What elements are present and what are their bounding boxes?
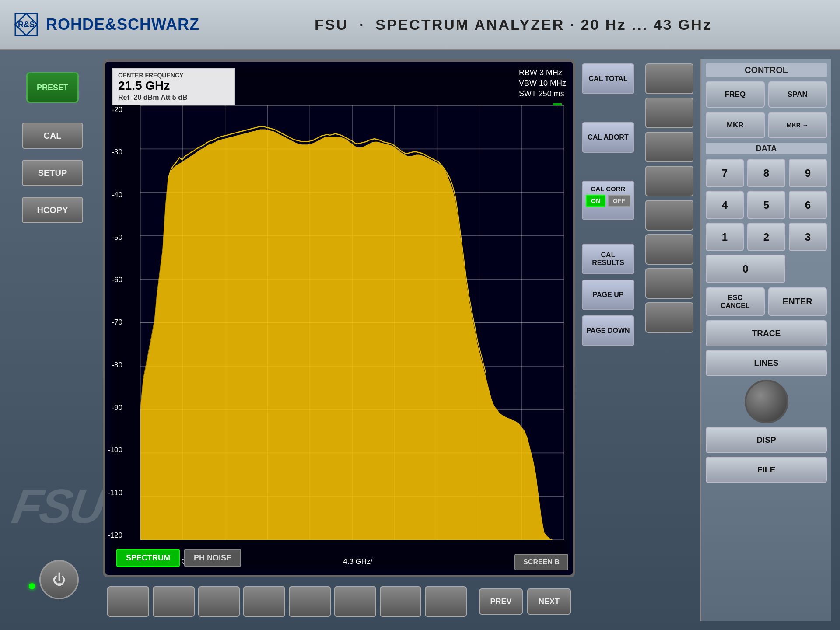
screen-header: CENTER FREQUENCY 21.5 GHz Ref -20 dBm At…: [112, 68, 566, 105]
y-label-0: -20: [108, 105, 122, 114]
num-7-button[interactable]: 7: [706, 159, 744, 187]
cal-corr-label: CAL CORR: [591, 185, 626, 192]
lines-button[interactable]: LINES: [706, 350, 827, 376]
prev-button[interactable]: PREV: [479, 588, 523, 615]
num-4-button[interactable]: 4: [706, 191, 744, 219]
mkr-button[interactable]: MKR: [706, 112, 765, 138]
rotary-knob[interactable]: [745, 380, 788, 424]
num-6-button[interactable]: 6: [789, 191, 827, 219]
cal-buttons-panel: CAL TOTAL CAL ABORT CAL CORR ON OFF CALR…: [582, 59, 639, 621]
num-3-button[interactable]: 3: [789, 223, 827, 251]
r-softkey-5[interactable]: [645, 200, 693, 231]
disp-button[interactable]: DISP: [706, 427, 827, 453]
num-8-button[interactable]: 8: [747, 159, 785, 187]
r-softkey-3[interactable]: [645, 132, 693, 162]
display-screen: CENTER FREQUENCY 21.5 GHz Ref -20 dBm At…: [103, 59, 575, 578]
y-label-8: -100: [108, 446, 122, 455]
mkr-row: MKR MKR →: [706, 112, 827, 138]
y-label-6: -80: [108, 361, 122, 370]
company-name: ROHDE&SCHWARZ: [46, 15, 200, 34]
cal-results-label: CALRESULTS: [592, 251, 624, 267]
r-softkey-8[interactable]: [645, 302, 693, 333]
r-softkey-4[interactable]: [645, 166, 693, 196]
ph-noise-tab-button[interactable]: PH NOISE: [184, 549, 241, 567]
esc-cancel-button[interactable]: ESC CANCEL: [706, 287, 765, 316]
fsu-logo-text: FSU: [8, 478, 108, 534]
softkey-5[interactable]: [289, 586, 331, 617]
freq-label: CENTER FREQUENCY: [118, 72, 228, 79]
freq-button[interactable]: FREQ: [706, 81, 765, 108]
rbw-info: RBW 3 MHz VBW 10 MHz SWT 250 ms: [519, 68, 566, 100]
cal-total-button[interactable]: CAL TOTAL: [582, 63, 634, 94]
preset-button[interactable]: PRESET: [26, 72, 79, 103]
softkey-4[interactable]: [243, 586, 285, 617]
freq-value: 21.5 GHz: [118, 79, 228, 93]
cal-corr-on-button[interactable]: ON: [586, 195, 606, 207]
next-button[interactable]: NEXT: [527, 588, 571, 615]
power-led: [29, 583, 35, 589]
r-softkey-7[interactable]: [645, 268, 693, 299]
r-softkey-2[interactable]: [645, 98, 693, 128]
setup-button[interactable]: SETUP: [22, 160, 83, 186]
left-panel: PRESET CAL SETUP HCOPY FSU ⏻: [9, 59, 96, 621]
screen-b-button[interactable]: SCREEN B: [514, 554, 568, 570]
screen-inner: CENTER FREQUENCY 21.5 GHz Ref -20 dBm At…: [105, 62, 573, 575]
spectrum-tab-button[interactable]: SPECTRUM: [116, 549, 180, 567]
y-label-7: -90: [108, 403, 122, 412]
softkey-6[interactable]: [334, 586, 376, 617]
numpad: 7 8 9 4 5 6 1 2 3 0: [706, 159, 827, 283]
esc-label: ESC: [728, 294, 742, 302]
r-softkey-6[interactable]: [645, 234, 693, 265]
num-2-button[interactable]: 2: [747, 223, 785, 251]
freq-span-row: FREQ SPAN: [706, 81, 827, 108]
esc-enter-row: ESC CANCEL ENTER: [706, 287, 827, 316]
file-button[interactable]: FILE: [706, 457, 827, 483]
num-1-button[interactable]: 1: [706, 223, 744, 251]
page-up-button[interactable]: PAGE UP: [582, 280, 634, 310]
y-label-4: -60: [108, 276, 122, 284]
y-label-3: -50: [108, 233, 122, 242]
freq-info-box: CENTER FREQUENCY 21.5 GHz Ref -20 dBm At…: [112, 68, 234, 105]
softkey-3[interactable]: [198, 586, 240, 617]
num-5-button[interactable]: 5: [747, 191, 785, 219]
span-div-label: 4.3 GHz/: [343, 557, 372, 566]
svg-text:R&S: R&S: [18, 20, 35, 29]
cal-button[interactable]: CAL: [22, 122, 83, 149]
swt-value: SWT 250 ms: [519, 89, 566, 98]
y-label-5: -70: [108, 318, 122, 327]
cal-results-button[interactable]: CALRESULTS: [582, 244, 634, 274]
y-label-10: -120: [108, 531, 122, 540]
y-label-9: -110: [108, 489, 122, 497]
r-softkey-1[interactable]: [645, 63, 693, 94]
page-down-button[interactable]: PAGE DOWN: [582, 315, 634, 346]
y-label-2: -40: [108, 191, 122, 200]
cal-corr-button[interactable]: CAL CORR ON OFF: [582, 181, 634, 220]
y-label-1: -30: [108, 148, 122, 157]
screen-bottom-buttons: SPECTRUM PH NOISE: [110, 546, 248, 570]
trace-button[interactable]: TRACE: [706, 320, 827, 346]
control-label: CONTROL: [706, 63, 827, 77]
chart-grid: [140, 105, 564, 540]
cal-abort-button[interactable]: CAL ABORT: [582, 122, 634, 153]
right-softkeys: [645, 59, 693, 621]
cal-corr-off-button[interactable]: OFF: [608, 195, 630, 207]
hcopy-button[interactable]: HCOPY: [22, 197, 83, 223]
model-info: FSU · SPECTRUM ANALYZER · 20 Hz ... 43 G…: [200, 16, 827, 33]
mkr-arrow-button[interactable]: MKR →: [768, 112, 827, 138]
softkey-row: PREV NEXT: [103, 582, 575, 621]
num-0-button[interactable]: 0: [706, 255, 785, 283]
span-button[interactable]: SPAN: [768, 81, 827, 108]
y-axis-labels: -20 -30 -40 -50 -60 -70 -80 -90 -100 -11…: [108, 105, 122, 540]
spectrum-svg: [140, 105, 564, 540]
instrument-body: R&S ROHDE&SCHWARZ FSU · SPECTRUM ANALYZE…: [0, 0, 840, 630]
ref-line: Ref -20 dBm Att 5 dB: [118, 94, 188, 101]
num-9-button[interactable]: 9: [789, 159, 827, 187]
softkey-7[interactable]: [380, 586, 422, 617]
power-button[interactable]: ⏻: [39, 560, 79, 599]
rs-logo-icon: R&S: [13, 11, 39, 38]
right-control-panel: CONTROL FREQ SPAN MKR MKR → DATA 7 8 9 4…: [700, 59, 831, 621]
softkey-1[interactable]: [107, 586, 149, 617]
enter-button[interactable]: ENTER: [768, 287, 827, 316]
softkey-8[interactable]: [425, 586, 467, 617]
softkey-2[interactable]: [153, 586, 195, 617]
